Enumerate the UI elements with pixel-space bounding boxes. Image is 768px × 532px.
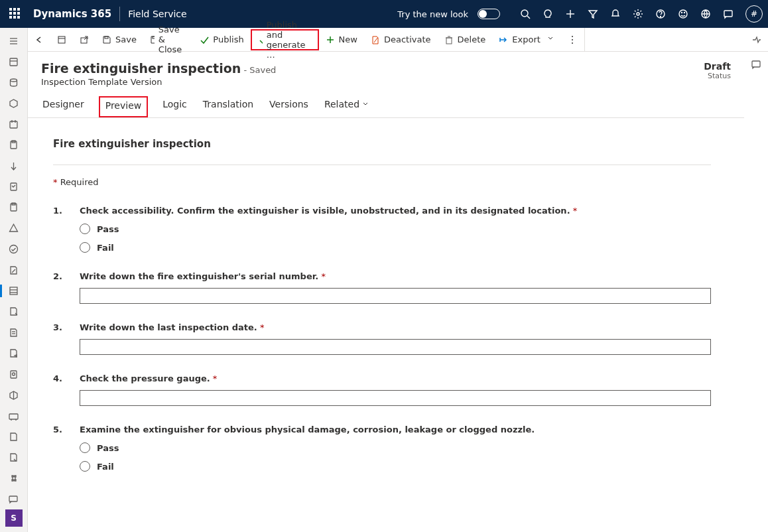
question-text: Examine the extinguisher for obvious phy… <box>80 425 535 434</box>
tab-translation[interactable]: Translation <box>202 96 255 117</box>
svg-rect-18 <box>10 121 17 128</box>
left-nav-rail: S <box>0 28 28 532</box>
tab-preview[interactable]: Preview <box>99 96 149 117</box>
radio-icon <box>80 224 90 234</box>
rail-item[interactable] <box>0 176 28 197</box>
rail-item[interactable] <box>0 135 28 155</box>
rail-item[interactable] <box>0 364 28 385</box>
rail-item[interactable] <box>0 322 28 343</box>
rail-item[interactable] <box>0 155 28 176</box>
module-name[interactable]: Field Service <box>128 9 187 19</box>
question-text: Check accessibility. Confirm the extingu… <box>80 206 570 216</box>
svg-point-56 <box>572 42 573 44</box>
svg-rect-33 <box>11 371 17 378</box>
teams-chat-icon[interactable] <box>751 59 762 70</box>
try-new-look-toggle[interactable] <box>478 9 500 19</box>
share-button[interactable]: Share <box>584 28 768 51</box>
rail-item[interactable] <box>0 218 28 239</box>
svg-point-34 <box>13 373 15 375</box>
svg-point-27 <box>10 245 18 253</box>
publish-generate-button[interactable]: Publish and generate … <box>252 31 318 49</box>
question-number: 2. <box>53 271 65 304</box>
saved-indicator: - Saved <box>243 65 276 75</box>
rail-item[interactable] <box>0 489 28 509</box>
rail-hamburger[interactable] <box>0 31 28 51</box>
more-commands[interactable] <box>560 28 584 51</box>
divider <box>119 7 120 21</box>
tab-related[interactable]: Related <box>323 96 370 117</box>
form-selector[interactable] <box>50 28 73 51</box>
inspection-date-input[interactable] <box>80 339 711 355</box>
rail-item[interactable] <box>0 468 28 489</box>
radio-option-fail[interactable]: Fail <box>80 242 711 253</box>
rail-item[interactable] <box>0 405 28 426</box>
svg-rect-15 <box>10 58 17 66</box>
rail-item[interactable] <box>0 301 28 322</box>
rail-item[interactable] <box>0 114 28 135</box>
export-button[interactable]: Export <box>492 28 560 51</box>
question-number: 4. <box>53 373 65 406</box>
tab-designer[interactable]: Designer <box>41 96 86 117</box>
svg-point-17 <box>11 79 17 82</box>
app-launcher-icon[interactable] <box>9 8 21 20</box>
svg-rect-49 <box>446 38 452 44</box>
copilot-icon[interactable] <box>751 34 762 46</box>
svg-rect-44 <box>105 36 108 38</box>
rail-item[interactable] <box>0 427 28 447</box>
lightbulb-icon[interactable] <box>543 9 553 19</box>
new-button[interactable]: New <box>319 28 364 51</box>
question-text: Write down the last inspection date. <box>80 322 257 332</box>
publish-button[interactable]: Publish <box>193 28 250 51</box>
right-rail <box>744 28 768 70</box>
radio-icon <box>80 242 90 253</box>
svg-rect-41 <box>58 36 65 43</box>
svg-line-48 <box>374 37 378 42</box>
deactivate-button[interactable]: Deactivate <box>364 28 438 51</box>
serial-number-input[interactable] <box>80 288 711 304</box>
svg-rect-39 <box>9 496 17 501</box>
rail-app-switch[interactable]: S <box>5 509 23 527</box>
rail-item[interactable] <box>0 259 28 280</box>
save-button[interactable]: Save <box>96 28 143 51</box>
question-text: Write down the fire extinguisher's seria… <box>80 271 318 281</box>
plus-icon[interactable] <box>565 9 576 19</box>
radio-option-fail[interactable]: Fail <box>80 461 711 472</box>
divider <box>53 165 711 165</box>
tab-logic[interactable]: Logic <box>161 96 188 117</box>
rail-item[interactable] <box>0 72 28 93</box>
status-label: Status <box>704 72 731 80</box>
rail-item[interactable] <box>0 197 28 218</box>
rail-item[interactable] <box>0 239 28 259</box>
svg-point-55 <box>572 39 573 40</box>
save-close-button[interactable]: Save & Close <box>143 28 193 51</box>
try-new-look-label: Try the new look <box>397 9 468 19</box>
back-button[interactable] <box>28 28 50 51</box>
open-new-window[interactable] <box>73 28 96 51</box>
question-text: Check the pressure gauge. <box>80 373 210 383</box>
rail-item[interactable] <box>0 385 28 405</box>
entity-name: Inspection Template Version <box>41 77 276 87</box>
delete-button[interactable]: Delete <box>438 28 493 51</box>
page-title: Fire extinguisher inspection <box>41 61 241 76</box>
question-number: 3. <box>53 322 65 355</box>
rail-item[interactable] <box>0 447 28 468</box>
tab-versions[interactable]: Versions <box>268 96 310 117</box>
pressure-gauge-input[interactable] <box>80 390 711 406</box>
radio-icon <box>80 461 90 472</box>
radio-option-pass[interactable]: Pass <box>80 224 711 234</box>
svg-line-1 <box>527 16 530 19</box>
radio-icon <box>80 442 90 453</box>
search-icon[interactable] <box>520 9 531 19</box>
status-value: Draft <box>704 61 731 72</box>
svg-rect-36 <box>9 414 18 419</box>
svg-rect-45 <box>153 36 155 38</box>
rail-item[interactable] <box>0 93 28 113</box>
rail-item[interactable] <box>0 51 28 72</box>
radio-option-pass[interactable]: Pass <box>80 442 711 453</box>
svg-point-0 <box>521 10 528 17</box>
form-title: Fire extinguisher inspection <box>53 138 711 150</box>
required-note: * Required <box>53 177 711 187</box>
rail-item[interactable] <box>0 343 28 364</box>
rail-item-active[interactable] <box>0 281 28 301</box>
brand[interactable]: Dynamics 365 <box>33 8 111 20</box>
